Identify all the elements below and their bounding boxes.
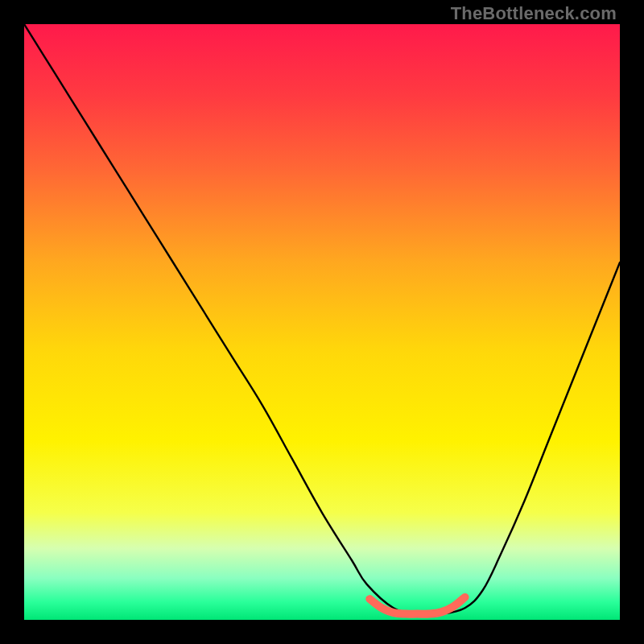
watermark-text: TheBottleneck.com xyxy=(451,3,617,24)
bottleneck-chart xyxy=(24,24,620,620)
chart-frame xyxy=(24,24,620,620)
gradient-background xyxy=(24,24,620,620)
